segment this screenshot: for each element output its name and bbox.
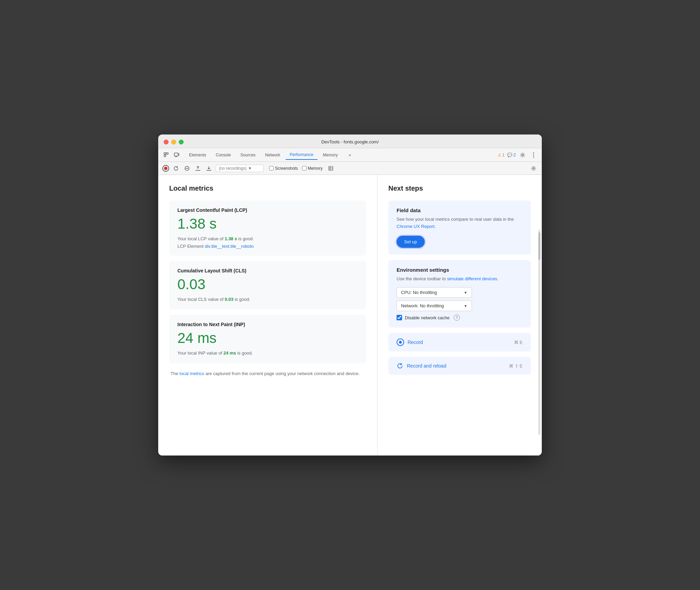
disable-cache-label: Disable network cache [405, 315, 450, 320]
svg-rect-0 [164, 153, 166, 154]
env-desc: Use the device toolbar to simulate diffe… [397, 275, 523, 283]
footer-note: The local metrics are captured from the … [169, 370, 366, 377]
tab-sources[interactable]: Sources [236, 151, 260, 159]
help-icon[interactable]: ? [454, 315, 460, 321]
scrollbar-track[interactable] [538, 230, 540, 435]
env-settings-card: Environment settings Use the device tool… [388, 260, 531, 328]
refresh-icon[interactable] [172, 164, 180, 172]
cls-desc-prefix: Your local CLS value of [177, 297, 225, 302]
record-reload-label: Record and reload [407, 363, 446, 369]
record-label: Record [408, 339, 423, 345]
memory-checkbox-label[interactable]: Memory [302, 166, 323, 171]
clear-icon[interactable] [183, 164, 191, 172]
inp-title: Interaction to Next Paint (INP) [177, 322, 358, 327]
inp-value: 24 ms [177, 330, 358, 346]
main-content: Local metrics Largest Contentful Paint (… [158, 175, 542, 456]
screenshots-checkbox-label[interactable]: Screenshots [269, 166, 298, 171]
memory-checkbox[interactable] [302, 166, 307, 170]
field-data-title: Field data [397, 207, 523, 213]
svg-point-7 [522, 154, 524, 156]
env-desc-suffix: . [497, 276, 499, 281]
inspector-icon[interactable] [162, 151, 171, 159]
more-tabs-button[interactable]: » [345, 151, 355, 159]
devtools-icons [162, 151, 181, 159]
warning-badge[interactable]: ⚠ 1 [498, 153, 505, 157]
more-options-icon[interactable] [529, 151, 538, 159]
network-throttling-dropdown[interactable]: Network: No throttling ▼ [397, 300, 472, 311]
simulate-devices-link[interactable]: simulate different devices [447, 276, 497, 281]
lcp-element-link[interactable]: div.tile__text.tile__roboto [205, 244, 254, 249]
svg-rect-4 [178, 154, 179, 155]
info-badge[interactable]: 💬 2 [507, 153, 516, 157]
field-data-desc-prefix: See how your local metrics compare to re… [397, 217, 514, 222]
main-toolbar: Elements Console Sources Network Perform… [158, 148, 542, 162]
field-data-card: Field data See how your local metrics co… [388, 201, 531, 255]
disable-cache-row: Disable network cache ? [397, 315, 523, 321]
next-steps-title: Next steps [388, 184, 531, 192]
maximize-button[interactable] [179, 140, 184, 144]
record-shortcut: ⌘ E [514, 340, 523, 345]
svg-point-8 [533, 152, 534, 153]
screenshots-checkbox[interactable] [269, 166, 274, 170]
cls-desc-suffix: is good. [234, 297, 250, 302]
svg-rect-13 [329, 166, 333, 170]
svg-point-17 [533, 167, 535, 169]
warning-icon: ⚠ [498, 153, 501, 157]
footer-suffix: are captured from the current page using… [204, 371, 360, 376]
record-reload-left: Record and reload [397, 362, 446, 369]
tab-performance[interactable]: Performance [286, 150, 317, 160]
record-button[interactable] [162, 165, 169, 172]
inp-card: Interaction to Next Paint (INP) 24 ms Yo… [169, 315, 366, 363]
env-desc-prefix: Use the device toolbar to [397, 276, 447, 281]
close-button[interactable] [164, 140, 168, 144]
settings-icon[interactable] [518, 151, 527, 159]
svg-rect-1 [164, 155, 166, 157]
local-metrics-title: Local metrics [169, 184, 366, 192]
tab-elements[interactable]: Elements [185, 151, 210, 159]
record-circle-icon [397, 338, 404, 346]
info-count: 2 [513, 153, 516, 157]
cpu-dropdown-arrow: ▼ [464, 291, 467, 295]
lcp-value: 1.38 s [177, 216, 358, 232]
chat-icon: 💬 [507, 153, 512, 157]
minimize-button[interactable] [171, 140, 176, 144]
inp-desc-suffix: is good. [236, 350, 253, 356]
record-reload-shortcut: ⌘ ⇧ E [509, 363, 523, 369]
disable-cache-checkbox[interactable] [397, 315, 402, 320]
cpu-label: CPU: No throttling [401, 290, 437, 295]
inp-desc-value: 24 ms [223, 350, 236, 356]
reload-icon [397, 362, 403, 369]
performance-settings-icon[interactable] [327, 164, 335, 172]
scrollbar-thumb[interactable] [538, 232, 540, 260]
inp-desc-prefix: Your local INP value of [177, 350, 223, 356]
device-toolbar-icon[interactable] [173, 151, 181, 159]
capture-settings-icon[interactable] [529, 164, 538, 172]
lcp-desc-suffix: is good. [237, 236, 254, 241]
record-action-card[interactable]: Record ⌘ E [388, 333, 531, 351]
left-panel: Local metrics Largest Contentful Paint (… [158, 175, 377, 456]
recordings-dropdown[interactable]: (no recordings) ▼ [216, 165, 264, 172]
cls-value: 0.03 [177, 276, 358, 293]
traffic-lights [164, 140, 184, 144]
chrome-ux-link[interactable]: Chrome UX Report [397, 224, 435, 229]
cpu-throttling-dropdown[interactable]: CPU: No throttling ▼ [397, 287, 472, 298]
tab-network[interactable]: Network [261, 151, 284, 159]
titlebar: DevTools - fonts.google.com/ [158, 134, 542, 148]
recordings-placeholder: (no recordings) [219, 166, 247, 171]
local-metrics-link[interactable]: local metrics [179, 371, 204, 376]
lcp-desc-prefix: Your local LCP value of [177, 236, 225, 241]
lcp-card: Largest Contentful Paint (LCP) 1.38 s Yo… [169, 201, 366, 256]
lcp-desc: Your local LCP value of 1.38 s is good. [177, 235, 358, 242]
svg-rect-2 [166, 153, 168, 154]
warning-count: 1 [502, 153, 505, 157]
record-action-left: Record [397, 338, 423, 346]
upload-icon[interactable] [194, 164, 202, 172]
record-dot [164, 167, 167, 170]
env-title: Environment settings [397, 267, 523, 273]
record-reload-card[interactable]: Record and reload ⌘ ⇧ E [388, 357, 531, 375]
tab-memory[interactable]: Memory [319, 151, 342, 159]
setup-button[interactable]: Set up [397, 236, 425, 248]
download-icon[interactable] [205, 164, 213, 172]
toolbar-options: Screenshots Memory [269, 164, 335, 172]
tab-console[interactable]: Console [212, 151, 235, 159]
